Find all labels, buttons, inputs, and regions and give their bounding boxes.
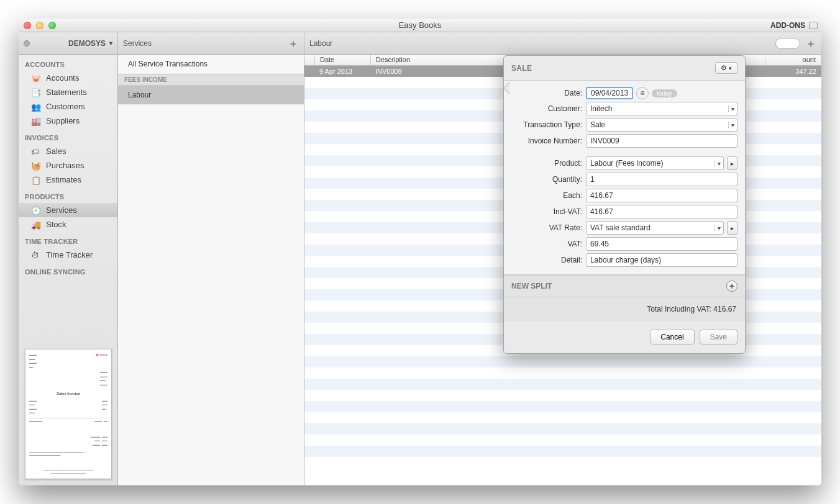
addons-label[interactable]: ADD-ONS	[770, 21, 805, 30]
sidebar-item-accounts[interactable]: 🐷Accounts	[19, 71, 117, 85]
sidebar-section-syncing: ONLINE SYNCING	[19, 262, 117, 278]
statements-icon: 📑	[31, 88, 41, 97]
chevron-down-icon: ▾	[714, 160, 721, 167]
sidebar-item-estimates[interactable]: 📋Estimates	[19, 173, 117, 187]
group-fees-income: FEES INCOME	[118, 74, 304, 86]
transaction-type-select[interactable]: Sale▾	[586, 118, 737, 132]
inclvat-label: Incl-VAT:	[511, 207, 586, 216]
invoice-preview[interactable]: ━━━━━━━━━━━━━✿ ━━━ ━━━━━━━━━━━━━━━ Sales…	[25, 349, 112, 479]
product-next-button[interactable]: ▸	[727, 156, 737, 170]
product-label: Product:	[511, 159, 586, 168]
search-input[interactable]	[775, 38, 800, 49]
chevron-down-icon: ▾	[109, 40, 112, 47]
sidebar-item-purchases[interactable]: 🧺Purchases	[19, 158, 117, 173]
date-label: Date:	[511, 89, 586, 97]
sidebar: ACCOUNTS 🐷Accounts 📑Statements 👥Customer…	[19, 55, 118, 485]
truck-icon: 🚚	[31, 220, 41, 229]
qty-label: Quantity:	[511, 175, 586, 184]
col2-title: Services	[123, 39, 152, 48]
date-lines-icon[interactable]: ≡	[636, 87, 649, 99]
sidebar-section-products: PRODUCTS	[19, 187, 117, 203]
vat-input[interactable]	[586, 237, 737, 251]
sidebar-section-invoices: INVOICES	[19, 128, 117, 144]
col3-header: Labour ＋	[304, 32, 821, 54]
sidebar-item-customers[interactable]: 👥Customers	[19, 99, 117, 114]
cancel-button[interactable]: Cancel	[650, 330, 694, 344]
invoice-number-input[interactable]	[586, 134, 737, 148]
vat-label: VAT:	[511, 240, 586, 248]
quantity-input[interactable]	[586, 173, 737, 186]
basket-icon: 🧺	[31, 161, 41, 170]
zoom-window-button[interactable]	[48, 22, 56, 29]
popover-title: SALE	[511, 64, 532, 73]
piggy-icon: 🐷	[31, 74, 41, 83]
business-selector-cell: DEMOSYS ▾	[19, 32, 118, 54]
add-service-button[interactable]: ＋	[288, 36, 299, 51]
fullscreen-icon[interactable]	[809, 22, 818, 29]
stopwatch-icon: ⏱	[31, 251, 41, 259]
th-amount[interactable]: ount	[765, 55, 821, 65]
col2-header: Services ＋	[118, 32, 304, 54]
vatrate-label: VAT Rate:	[511, 223, 586, 232]
popover-gear-button[interactable]: ⚙ ▾	[715, 62, 737, 74]
minimize-window-button[interactable]	[36, 22, 43, 29]
each-input[interactable]	[586, 189, 737, 202]
sidebar-item-statements[interactable]: 📑Statements	[19, 85, 117, 99]
th-date[interactable]: Date	[315, 55, 371, 65]
gear-icon: ⚙	[721, 64, 727, 71]
preview-title: Sales Invoice	[29, 392, 107, 397]
business-dot-icon	[24, 40, 30, 47]
add-split-button[interactable]: ＋	[726, 281, 737, 292]
titlebar: Easy Books ADD-ONS	[19, 19, 821, 32]
inclvat-input[interactable]	[586, 205, 737, 218]
sale-popover: SALE ⚙ ▾ Date: 09/04/2013 ≡ today Custom…	[503, 55, 746, 354]
chevron-down-icon: ▾	[728, 106, 734, 112]
each-label: Each:	[511, 191, 586, 200]
product-select[interactable]: Labour (Fees income)▾	[586, 156, 724, 170]
vatrate-select[interactable]: VAT sale standard▾	[586, 221, 724, 235]
all-service-transactions[interactable]: All Service Transactions	[118, 55, 304, 74]
suppliers-icon: 🏭	[31, 117, 41, 125]
customer-label: Customer:	[511, 104, 586, 113]
sidebar-item-timetracker[interactable]: ⏱Time Tracker	[19, 248, 117, 262]
window-controls	[24, 22, 56, 29]
invno-label: Invoice Number:	[511, 137, 586, 145]
total-including-vat: Total Including VAT: 416.67	[504, 297, 745, 321]
service-item-labour[interactable]: Labour	[118, 86, 304, 105]
new-split-label: NEW SPLIT	[511, 282, 552, 290]
save-button[interactable]: Save	[700, 330, 737, 344]
date-input[interactable]: 09/04/2013	[586, 87, 633, 99]
clock-icon: 🕘	[31, 206, 41, 215]
sidebar-section-timetracker: TIME TRACKER	[19, 232, 117, 248]
sidebar-item-sales[interactable]: 🏷Sales	[19, 144, 117, 158]
clipboard-icon: 📋	[31, 176, 41, 184]
business-selector[interactable]: DEMOSYS ▾	[68, 39, 112, 48]
vatrate-next-button[interactable]: ▸	[727, 221, 737, 235]
sidebar-item-stock[interactable]: 🚚Stock	[19, 217, 117, 232]
txtype-label: Transaction Type:	[511, 120, 586, 129]
customers-icon: 👥	[31, 102, 41, 111]
sidebar-section-accounts: ACCOUNTS	[19, 55, 117, 71]
detail-input[interactable]	[586, 253, 737, 267]
chevron-down-icon: ▾	[728, 122, 734, 128]
col3-title: Labour	[309, 39, 332, 48]
tag-icon: 🏷	[31, 147, 41, 156]
customer-select[interactable]: Initech▾	[586, 102, 737, 115]
sidebar-item-services[interactable]: 🕘Services	[19, 203, 117, 217]
toolbar: DEMOSYS ▾ Services ＋ Labour ＋	[19, 32, 821, 55]
detail-label: Detail:	[511, 256, 586, 264]
close-window-button[interactable]	[24, 22, 31, 29]
today-button[interactable]: today	[652, 89, 677, 97]
sidebar-item-suppliers[interactable]: 🏭Suppliers	[19, 114, 117, 128]
window-title: Easy Books	[19, 20, 821, 30]
app-window: Easy Books ADD-ONS DEMOSYS ▾ Services ＋ …	[19, 19, 821, 485]
services-list: All Service Transactions FEES INCOME Lab…	[118, 55, 304, 485]
add-transaction-button[interactable]: ＋	[805, 36, 816, 51]
chevron-down-icon: ▾	[714, 225, 721, 232]
